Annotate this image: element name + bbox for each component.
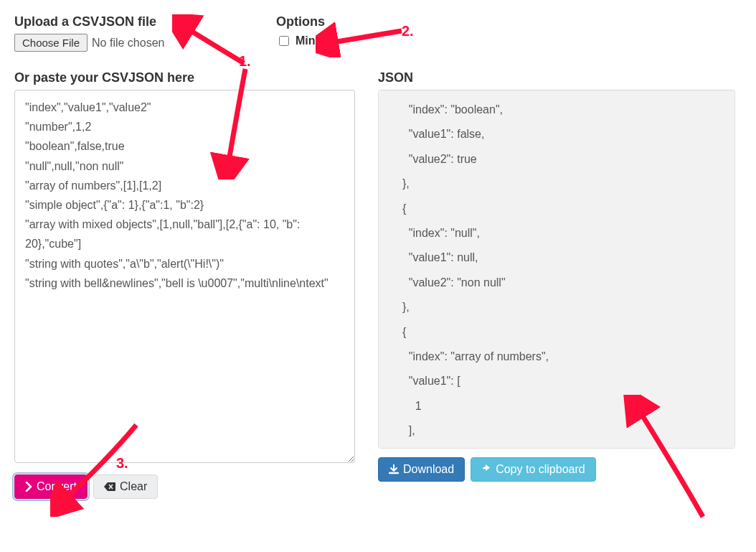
no-file-text: No file chosen [92, 37, 164, 50]
chevron-right-icon [25, 482, 32, 492]
annotation-2-label: 2. [402, 23, 414, 39]
download-label: Download [403, 463, 454, 476]
upload-heading: Upload a CSVJSON file [14, 14, 262, 29]
minify-label: Minify [296, 34, 329, 47]
csvjson-textarea[interactable] [14, 90, 355, 463]
convert-label: Convert [37, 480, 77, 493]
minify-option[interactable]: Minify [276, 34, 420, 48]
options-heading: Options [276, 14, 420, 29]
json-output[interactable]: "index": "boolean", "value1": false, "va… [378, 90, 735, 449]
upload-section: Upload a CSVJSON file Choose File No fil… [14, 14, 262, 52]
clear-label: Clear [120, 480, 147, 493]
csvjson-heading: Or paste your CSVJSON here [14, 70, 355, 85]
delete-icon [104, 482, 115, 492]
minify-checkbox[interactable] [279, 36, 289, 46]
annotation-1-label: 1. [239, 53, 251, 70]
download-button[interactable]: Download [378, 457, 465, 482]
copy-label: Copy to clipboard [496, 463, 585, 476]
choose-file-button[interactable]: Choose File [14, 34, 88, 52]
share-icon [481, 464, 491, 474]
copy-to-clipboard-button[interactable]: Copy to clipboard [471, 457, 596, 482]
download-icon [389, 464, 399, 474]
convert-button[interactable]: Convert [14, 474, 88, 499]
clear-button[interactable]: Clear [93, 474, 158, 499]
options-section: Options Minify [276, 14, 420, 52]
annotation-3-label: 3. [116, 455, 128, 472]
json-heading: JSON [378, 70, 735, 85]
